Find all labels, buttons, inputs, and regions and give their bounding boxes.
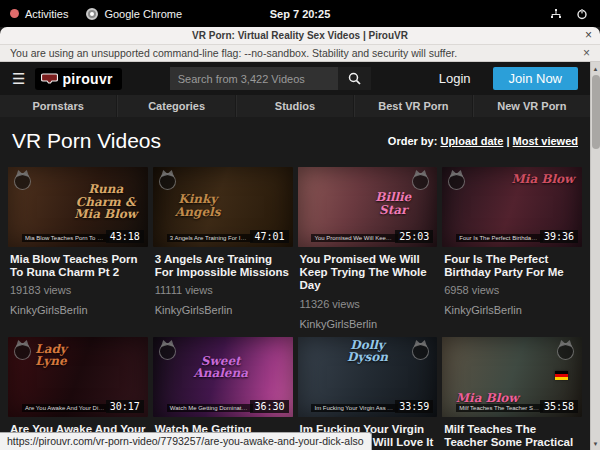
video-title-link[interactable]: 3 Angels Are Training For Impossible Mis… xyxy=(153,253,293,279)
site-header: ☰ pirouvr Login Join Now xyxy=(0,62,590,95)
site-logo-text: pirouvr xyxy=(62,71,112,87)
thumbnail-caption: Watch Me Getting Dominated Softly xyxy=(167,404,254,412)
studio-link[interactable]: KinkyGirlsBerlin xyxy=(8,304,148,316)
video-views: 11326 views xyxy=(298,298,438,310)
video-thumbnail[interactable]: Mia Blow Milf Teaches The Teacher Some P… xyxy=(442,337,582,417)
chrome-app-icon xyxy=(86,8,98,20)
thumbnail-overlay-text: Kinky Angels xyxy=(163,193,233,218)
duration-badge: 43:18 xyxy=(106,230,144,243)
app-name-label: Google Chrome xyxy=(104,8,182,20)
order-by-upload-date-link[interactable]: Upload date xyxy=(440,135,503,147)
content-area: VR Porn Videos Order by: Upload date | M… xyxy=(0,117,590,450)
video-card[interactable]: Kinky Angels 3 Angels Are Training For I… xyxy=(153,167,293,330)
thumbnail-overlay-text: Mia Blow xyxy=(448,392,526,405)
activities-button[interactable]: Activities xyxy=(10,8,68,20)
nav-item-new-vr[interactable]: New VR Porn xyxy=(473,95,590,117)
studio-cat-mask-icon xyxy=(448,173,465,190)
thumbnail-overlay-text: Billie Star xyxy=(361,191,425,216)
system-top-bar: Activities Google Chrome Sep 7 20:25 xyxy=(0,0,600,27)
thumbnail-caption: Are You Awake And Your Dick Also xyxy=(22,404,109,412)
thumbnail-overlay-text: Mia Blow xyxy=(508,173,578,186)
duration-badge: 39:36 xyxy=(540,230,578,243)
video-views: 6958 views xyxy=(442,284,582,296)
network-icon[interactable] xyxy=(550,8,562,20)
thumbnail-overlay-text: Runa Charm & Mia Blow xyxy=(70,183,142,221)
nav-item-studios[interactable]: Studios xyxy=(236,95,354,117)
video-thumbnail[interactable]: Kinky Angels 3 Angels Are Training For I… xyxy=(153,167,293,247)
video-thumbnail[interactable]: Billie Star You Promised We Will Keep Tr… xyxy=(298,167,438,247)
duration-badge: 25:03 xyxy=(395,230,433,243)
search-icon xyxy=(348,72,361,85)
duration-badge: 35:58 xyxy=(540,400,578,413)
scrollbar-thumb[interactable] xyxy=(592,75,600,149)
thumbnail-caption: Four Is The Perfect Birthday Party For M… xyxy=(456,234,543,242)
page-title: VR Porn Videos xyxy=(12,129,161,153)
order-by-control: Order by: Upload date | Most viewed xyxy=(388,135,578,147)
vr-goggles-icon xyxy=(41,73,58,84)
duration-badge: 30:17 xyxy=(106,400,144,413)
site-logo[interactable]: pirouvr xyxy=(35,68,121,90)
studio-cat-mask-icon xyxy=(557,343,574,360)
order-by-most-viewed-link[interactable]: Most viewed xyxy=(513,135,578,147)
duration-badge: 47:01 xyxy=(250,230,288,243)
browser-viewport: ☰ pirouvr Login Join Now xyxy=(0,62,600,450)
video-title-link[interactable]: Mia Blow Teaches Porn To Runa Charm Pt 2 xyxy=(8,253,148,279)
video-thumbnail[interactable]: Lady Lyne Are You Awake And Your Dick Al… xyxy=(8,337,148,417)
window-title: VR Porn: Virtual Reality Sex Videos | Pi… xyxy=(192,30,408,41)
power-icon[interactable] xyxy=(576,8,588,20)
video-thumbnail[interactable]: Dolly Dyson Im Fucking Your Virgin Ass A… xyxy=(298,337,438,417)
thumbnail-caption: Mia Blow Teaches Porn To Runa Charm Pt 2 xyxy=(22,234,109,242)
nav-item-best-vr[interactable]: Best VR Porn xyxy=(354,95,472,117)
browser-title-bar[interactable]: VR Porn: Virtual Reality Sex Videos | Pi… xyxy=(0,27,600,45)
search-button[interactable] xyxy=(338,67,371,90)
video-card[interactable]: Runa Charm & Mia Blow Mia Blow Teaches P… xyxy=(8,167,148,330)
thumbnail-caption: You Promised We Will Keep Trying The Who… xyxy=(311,234,398,242)
search-input[interactable] xyxy=(170,67,338,90)
activities-label: Activities xyxy=(25,8,68,20)
window-close-icon[interactable]: × xyxy=(585,28,592,42)
thumbnail-caption: Milf Teaches The Teacher Some Practical … xyxy=(456,404,543,412)
chrome-infobar: You are using an unsupported command-lin… xyxy=(0,45,600,62)
status-bar-url: https://pirouvr.com/vr-porn-video/779325… xyxy=(0,432,372,450)
login-link[interactable]: Login xyxy=(439,71,471,86)
video-card[interactable]: Mia Blow Four Is The Perfect Birthday Pa… xyxy=(442,167,582,330)
video-card[interactable]: Billie Star You Promised We Will Keep Tr… xyxy=(298,167,438,330)
nav-item-pornstars[interactable]: Pornstars xyxy=(0,95,117,117)
thumbnail-overlay-text: Dolly Dyson xyxy=(332,339,404,364)
focused-app-menu[interactable]: Google Chrome xyxy=(86,8,182,20)
thumbnail-caption: 3 Angels Are Training For Impossible Mis… xyxy=(167,234,254,242)
studio-cat-mask-icon xyxy=(412,173,429,190)
desktop-screen: Activities Google Chrome Sep 7 20:25 VR … xyxy=(0,0,600,450)
video-title-link[interactable]: Milf Teaches The Teacher Some Practical … xyxy=(442,423,582,450)
scrollbar-up-icon[interactable]: ▲ xyxy=(591,62,600,75)
studio-cat-mask-icon xyxy=(159,173,176,190)
clock[interactable]: Sep 7 20:25 xyxy=(270,8,331,20)
activities-indicator-icon xyxy=(10,9,19,18)
german-flag-icon xyxy=(555,371,568,380)
video-thumbnail[interactable]: Sweet Analena Watch Me Getting Dominated… xyxy=(153,337,293,417)
main-nav: Pornstars Categories Studios Best VR Por… xyxy=(0,95,590,117)
studio-cat-mask-icon xyxy=(14,173,31,190)
video-thumbnail[interactable]: Runa Charm & Mia Blow Mia Blow Teaches P… xyxy=(8,167,148,247)
order-by-separator: | xyxy=(506,135,509,147)
video-title-link[interactable]: You Promised We Will Keep Trying The Who… xyxy=(298,253,438,293)
scrollbar-down-icon[interactable]: ▼ xyxy=(591,437,600,450)
thumbnail-caption: Im Fucking Your Virgin Ass And You Will … xyxy=(311,404,398,412)
video-card[interactable]: Mia Blow Milf Teaches The Teacher Some P… xyxy=(442,337,582,450)
video-title-link[interactable]: Four Is The Perfect Birthday Party For M… xyxy=(442,253,582,279)
menu-hamburger-icon[interactable]: ☰ xyxy=(12,71,25,86)
duration-badge: 33:59 xyxy=(395,400,433,413)
nav-item-categories[interactable]: Categories xyxy=(117,95,235,117)
browser-scrollbar[interactable]: ▲ ▼ xyxy=(590,62,600,450)
video-thumbnail[interactable]: Mia Blow Four Is The Perfect Birthday Pa… xyxy=(442,167,582,247)
join-now-button[interactable]: Join Now xyxy=(493,67,578,90)
studio-link[interactable]: KinkyGirlsBerlin xyxy=(442,304,582,316)
studio-cat-mask-icon xyxy=(14,343,31,360)
studio-link[interactable]: KinkyGirlsBerlin xyxy=(153,304,293,316)
infobar-message: You are using an unsupported command-lin… xyxy=(10,47,457,59)
video-views: 11111 views xyxy=(153,284,293,296)
infobar-close-icon[interactable]: × xyxy=(583,46,590,60)
duration-badge: 36:30 xyxy=(250,400,288,413)
web-page: ☰ pirouvr Login Join Now xyxy=(0,62,590,450)
studio-link[interactable]: KinkyGirlsBerlin xyxy=(298,318,438,330)
